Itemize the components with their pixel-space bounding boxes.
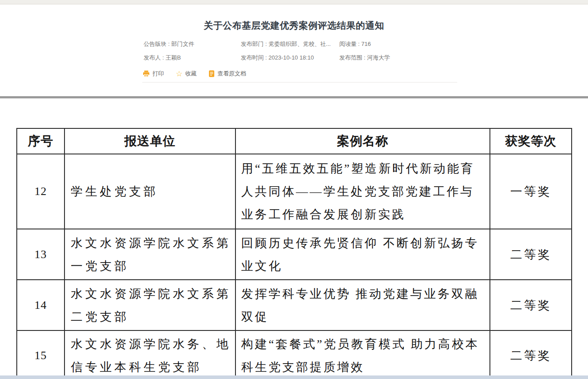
document-icon <box>209 70 215 77</box>
meta-publish-dept: 发布部门党委组织部、党校、社... <box>241 40 339 48</box>
print-label: 打印 <box>152 70 164 78</box>
cell-no: 13 <box>17 229 64 280</box>
table-row: 14 水文水资源学院水文系第二党支部 发挥学科专业优势 推动党建与业务双融双促 … <box>17 280 572 330</box>
page-title: 关于公布基层党建优秀案例评选结果的通知 <box>0 19 588 32</box>
print-button[interactable]: 打印 <box>143 70 164 78</box>
notice-page: 关于公布基层党建优秀案例评选结果的通知 公告版块部门文件 发布部门党委组织部、党… <box>0 0 588 379</box>
meta-read-count: 阅读量716 <box>339 40 371 48</box>
meta-publisher: 发布人王颖B <box>144 54 241 62</box>
header-unit: 报送单位 <box>64 128 235 154</box>
header-no: 序号 <box>17 128 64 154</box>
header-case: 案例名称 <box>235 128 490 154</box>
favorite-button[interactable]: ☆ 收藏 <box>176 70 197 78</box>
table-row: 15 水文水资源学院水务、地信专业本科生党支部 构建“套餐式”党员教育模式 助力… <box>17 330 572 379</box>
cell-award: 二等奖 <box>490 229 572 280</box>
cell-case: 回顾历史传承先贤信仰 不断创新弘扬专业文化 <box>235 229 490 280</box>
header-award: 获奖等次 <box>490 128 572 154</box>
header-divider <box>142 82 457 83</box>
notice-meta: 公告版块部门文件 发布部门党委组织部、党校、社... 阅读量716 发布人王颖B… <box>144 40 479 68</box>
view-original-button[interactable]: 查看原文档 <box>209 70 246 78</box>
cell-unit: 学生处党支部 <box>64 154 235 229</box>
cell-no: 12 <box>17 154 64 229</box>
section-divider <box>0 96 588 98</box>
horizontal-scrollbar[interactable] <box>0 375 588 379</box>
favorite-label: 收藏 <box>185 70 197 78</box>
notice-toolbar: 打印 ☆ 收藏 查看原文档 <box>143 70 246 78</box>
table-row: 13 水文水资源学院水文系第一党支部 回顾历史传承先贤信仰 不断创新弘扬专业文化… <box>17 229 572 280</box>
cell-award: 二等奖 <box>490 280 572 330</box>
cell-unit: 水文水资源学院水务、地信专业本科生党支部 <box>64 330 235 379</box>
meta-publish-scope: 发布范围河海大学 <box>339 54 390 62</box>
top-strip <box>0 0 588 4</box>
cell-award: 一等奖 <box>490 154 572 229</box>
cell-unit: 水文水资源学院水文系第二党支部 <box>64 280 235 330</box>
table-header-row: 序号 报送单位 案例名称 获奖等次 <box>17 128 572 154</box>
view-original-label: 查看原文档 <box>217 70 246 78</box>
meta-row: 发布人王颖B 发布时间2023-10-10 18:10 发布范围河海大学 <box>144 54 479 62</box>
cell-no: 15 <box>17 330 64 379</box>
meta-board: 公告版块部门文件 <box>144 40 241 48</box>
cell-case: 用“五维五效五能”塑造新时代新动能育人共同体——学生处党支部党建工作与业务工作融… <box>235 154 490 229</box>
cell-no: 14 <box>17 280 64 330</box>
printer-icon <box>143 70 150 77</box>
meta-publish-time: 发布时间2023-10-10 18:10 <box>241 54 339 62</box>
cell-case: 构建“套餐式”党员教育模式 助力高校本科生党支部提质增效 <box>235 330 490 379</box>
table-row: 12 学生处党支部 用“五维五效五能”塑造新时代新动能育人共同体——学生处党支部… <box>17 154 572 229</box>
award-results-table: 序号 报送单位 案例名称 获奖等次 12 学生处党支部 用“五维五效五能”塑造新… <box>16 128 572 379</box>
cell-case: 发挥学科专业优势 推动党建与业务双融双促 <box>235 280 490 330</box>
cell-award: 二等奖 <box>490 330 572 379</box>
meta-row: 公告版块部门文件 发布部门党委组织部、党校、社... 阅读量716 <box>144 40 479 48</box>
results-table-body: 12 学生处党支部 用“五维五效五能”塑造新时代新动能育人共同体——学生处党支部… <box>17 154 572 379</box>
star-icon: ☆ <box>176 70 182 78</box>
cell-unit: 水文水资源学院水文系第一党支部 <box>64 229 235 280</box>
